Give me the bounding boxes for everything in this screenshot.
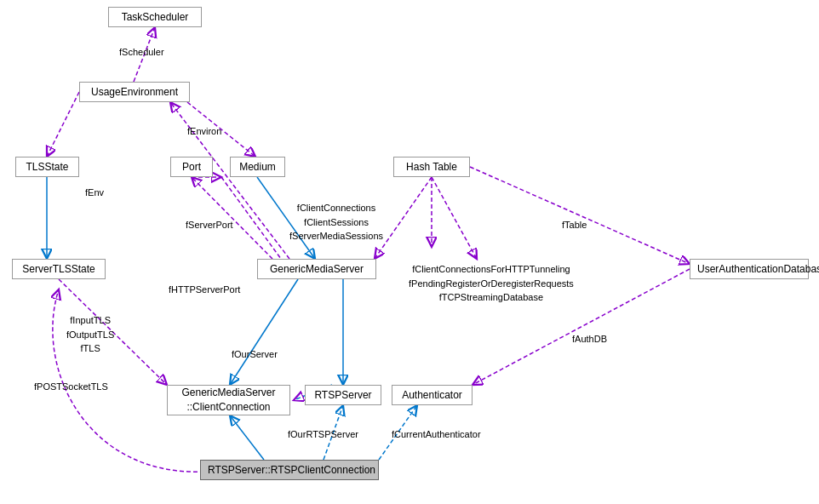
node-usageenvironment: UsageEnvironment — [79, 82, 190, 102]
svg-line-13 — [230, 279, 298, 385]
label-fpostsockettls: fPOSTSocketTLS — [34, 381, 108, 392]
label-fclientconnections: fClientConnectionsfClientSessionsfServer… — [289, 201, 383, 243]
node-rtspserver: RTSPServer — [305, 385, 381, 405]
label-fenv: fEnv — [85, 187, 104, 198]
label-ftable: fTable — [562, 220, 587, 230]
svg-line-17 — [230, 415, 264, 460]
node-taskscheduler: TaskScheduler — [108, 7, 202, 27]
node-port: Port — [170, 157, 213, 177]
label-fenviron: fEnviron — [187, 126, 221, 136]
svg-line-14 — [192, 177, 272, 259]
label-fscheduler: fScheduler — [119, 47, 164, 57]
label-fauthdb: fAuthDB — [572, 334, 607, 344]
label-finputtls: fInputTLSfOutputTLSfTLS — [66, 313, 114, 356]
label-fcurrentauthenticator: fCurrentAuthenticator — [392, 429, 481, 439]
node-rtspclientconnection: RTSPServer::RTSPClientConnection — [200, 460, 379, 480]
label-fourrentspserver: fOurRTSPServer — [288, 429, 358, 439]
node-authenticator: Authenticator — [392, 385, 472, 405]
node-tlsstate: TLSState — [15, 157, 79, 177]
label-fclientconnectionshttp: fClientConnectionsForHTTPTunnelingfPendi… — [409, 262, 574, 305]
node-genericmediaserver-cc: GenericMediaServer::ClientConnection — [167, 385, 290, 415]
node-genericmediaserver: GenericMediaServer — [257, 259, 376, 279]
diagram-container: TaskScheduler UsageEnvironment TLSState … — [0, 0, 819, 504]
svg-line-9 — [470, 167, 690, 264]
svg-line-1 — [47, 92, 79, 157]
node-servertlsstate: ServerTLSState — [12, 259, 106, 279]
node-medium: Medium — [230, 157, 285, 177]
label-fourserver: fOurServer — [232, 349, 278, 359]
node-userauthdb: UserAuthenticationDatabase — [690, 259, 809, 279]
node-hashtable: Hash Table — [393, 157, 470, 177]
svg-line-10 — [432, 177, 477, 259]
label-fserverport: fServerPort — [186, 220, 233, 230]
label-fhttpserverport: fHTTPServerPort — [169, 284, 240, 295]
svg-line-5 — [221, 177, 281, 259]
